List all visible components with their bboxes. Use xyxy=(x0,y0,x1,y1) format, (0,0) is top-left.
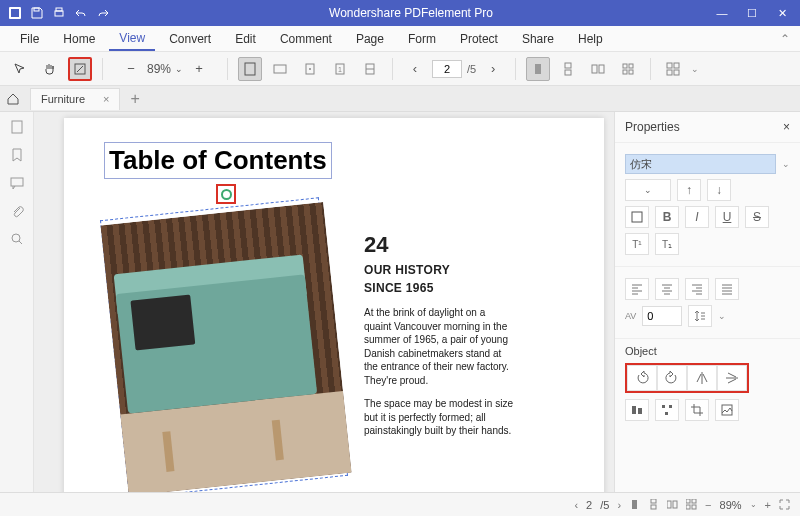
align-justify-icon[interactable] xyxy=(715,278,739,300)
flip-vertical-icon[interactable] xyxy=(717,365,747,391)
attachments-panel-icon[interactable] xyxy=(10,204,24,218)
two-page-continuous-icon[interactable] xyxy=(616,57,640,81)
thumbnail-dropdown-icon[interactable]: ⌄ xyxy=(691,64,699,74)
fit-page-icon[interactable] xyxy=(238,57,262,81)
align-right-icon[interactable] xyxy=(685,278,709,300)
zoom-in-button[interactable]: + xyxy=(187,57,211,81)
tab-furniture[interactable]: Furniture × xyxy=(30,88,120,110)
thumbnail-view-icon[interactable] xyxy=(661,57,685,81)
menu-file[interactable]: File xyxy=(10,28,49,50)
status-zoom-dropdown-icon[interactable]: ⌄ xyxy=(750,500,757,509)
zoom-out-button[interactable]: − xyxy=(119,57,143,81)
thumbnails-panel-icon[interactable] xyxy=(10,120,24,134)
zoom-level: 89% xyxy=(147,62,171,76)
font-size-select[interactable]: ⌄ xyxy=(625,179,671,201)
tab-home-icon[interactable] xyxy=(6,92,26,106)
superscript-icon[interactable]: T¹ xyxy=(625,233,649,255)
replace-image-icon[interactable] xyxy=(715,399,739,421)
bookmarks-panel-icon[interactable] xyxy=(10,148,24,162)
svg-rect-38 xyxy=(651,499,656,503)
rotate-ccw-icon[interactable] xyxy=(627,365,657,391)
strikethrough-icon[interactable]: S xyxy=(745,206,769,228)
menu-comment[interactable]: Comment xyxy=(270,28,342,50)
status-fit-icon[interactable] xyxy=(779,499,790,510)
subscript-icon[interactable]: T₁ xyxy=(655,233,679,255)
menu-help[interactable]: Help xyxy=(568,28,613,50)
undo-icon[interactable] xyxy=(74,6,88,20)
status-zoom-in-icon[interactable]: + xyxy=(765,499,771,511)
save-icon[interactable] xyxy=(30,6,44,20)
edit-tool-icon[interactable] xyxy=(68,57,92,81)
fit-width-icon[interactable] xyxy=(268,57,292,81)
letter-spacing-label: AV xyxy=(625,311,636,321)
status-single-icon[interactable] xyxy=(629,499,640,510)
next-page-icon[interactable]: › xyxy=(481,57,505,81)
font-dropdown-icon[interactable]: ⌄ xyxy=(782,159,790,169)
line-spacing-icon[interactable] xyxy=(688,305,712,327)
status-next-page-icon[interactable]: › xyxy=(617,499,621,511)
new-tab-icon[interactable]: + xyxy=(124,90,145,108)
bold-icon[interactable]: B xyxy=(655,206,679,228)
text-color-icon[interactable] xyxy=(625,206,649,228)
zoom-dropdown-icon[interactable]: ⌄ xyxy=(175,64,183,74)
redo-icon[interactable] xyxy=(96,6,110,20)
svg-rect-3 xyxy=(55,11,63,16)
font-shrink-icon[interactable]: ↓ xyxy=(707,179,731,201)
close-button[interactable]: ✕ xyxy=(770,3,794,23)
status-zoom-out-icon[interactable]: − xyxy=(705,499,711,511)
print-icon[interactable] xyxy=(52,6,66,20)
prev-page-icon[interactable]: ‹ xyxy=(403,57,427,81)
menu-share[interactable]: Share xyxy=(512,28,564,50)
tab-label: Furniture xyxy=(41,93,85,105)
menu-page[interactable]: Page xyxy=(346,28,394,50)
layout-mode1-icon[interactable]: 1 xyxy=(328,57,352,81)
status-grid-icon[interactable] xyxy=(686,499,697,510)
actual-size-icon[interactable] xyxy=(298,57,322,81)
underline-icon[interactable]: U xyxy=(715,206,739,228)
document-title[interactable]: Table of Contents xyxy=(104,142,332,179)
hand-tool-icon[interactable] xyxy=(38,57,62,81)
crop-icon[interactable] xyxy=(685,399,709,421)
image-object[interactable] xyxy=(100,202,351,492)
status-prev-page-icon[interactable]: ‹ xyxy=(574,499,578,511)
search-panel-icon[interactable] xyxy=(10,232,24,246)
status-twopage-icon[interactable] xyxy=(667,499,678,510)
font-grow-icon[interactable]: ↑ xyxy=(677,179,701,201)
object-transform-group xyxy=(625,363,749,393)
menu-form[interactable]: Form xyxy=(398,28,446,50)
menu-convert[interactable]: Convert xyxy=(159,28,221,50)
align-center-icon[interactable] xyxy=(655,278,679,300)
two-page-icon[interactable] xyxy=(586,57,610,81)
menu-home[interactable]: Home xyxy=(53,28,105,50)
layout-mode2-icon[interactable] xyxy=(358,57,382,81)
font-family-select[interactable]: 仿宋 xyxy=(625,154,776,174)
close-panel-icon[interactable]: × xyxy=(783,120,790,134)
svg-text:1: 1 xyxy=(338,66,342,73)
collapse-ribbon-icon[interactable]: ⌃ xyxy=(780,32,790,46)
letter-spacing-input[interactable] xyxy=(642,306,682,326)
tab-close-icon[interactable]: × xyxy=(103,93,109,105)
menu-edit[interactable]: Edit xyxy=(225,28,266,50)
menu-protect[interactable]: Protect xyxy=(450,28,508,50)
maximize-button[interactable]: ☐ xyxy=(740,3,764,23)
rotation-handle[interactable] xyxy=(216,184,236,204)
separator xyxy=(392,58,393,80)
flip-horizontal-icon[interactable] xyxy=(687,365,717,391)
document-canvas[interactable]: Table of Contents 24 OUR HISTORY SINCE 1… xyxy=(34,112,614,492)
rotate-cw-icon[interactable] xyxy=(657,365,687,391)
select-tool-icon[interactable] xyxy=(8,57,32,81)
comments-panel-icon[interactable] xyxy=(10,176,24,190)
single-page-icon[interactable] xyxy=(526,57,550,81)
status-continuous-icon[interactable] xyxy=(648,499,659,510)
align-objects-icon[interactable] xyxy=(625,399,649,421)
menu-view[interactable]: View xyxy=(109,27,155,51)
line-spacing-dropdown-icon[interactable]: ⌄ xyxy=(718,311,726,321)
continuous-page-icon[interactable] xyxy=(556,57,580,81)
italic-icon[interactable]: I xyxy=(685,206,709,228)
page-total: /5 xyxy=(467,63,476,75)
minimize-button[interactable]: — xyxy=(710,3,734,23)
distribute-icon[interactable] xyxy=(655,399,679,421)
page-input[interactable] xyxy=(432,60,462,78)
svg-rect-45 xyxy=(692,505,696,509)
align-left-icon[interactable] xyxy=(625,278,649,300)
